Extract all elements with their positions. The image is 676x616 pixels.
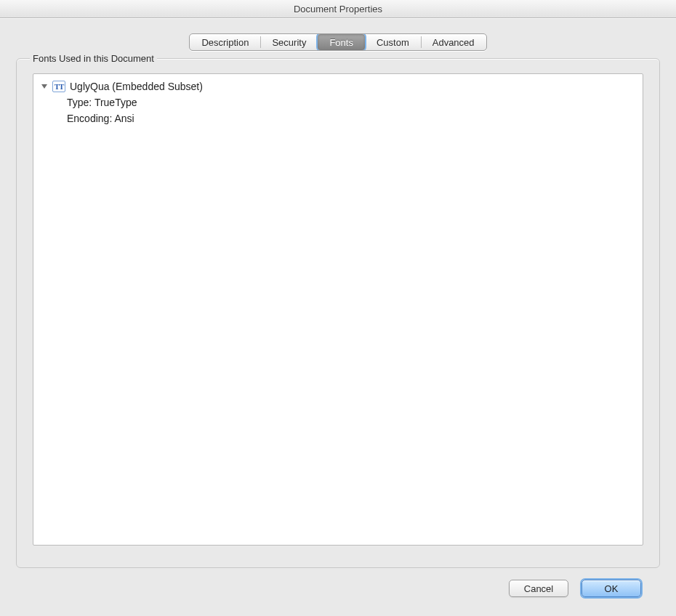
font-type: Type: TrueType [67,94,137,110]
tab-custom[interactable]: Custom [365,34,421,50]
titlebar: Document Properties [0,0,676,18]
dialog-footer: Cancel OK [16,568,660,600]
font-detail-row: Type: TrueType [39,94,637,110]
chevron-down-icon[interactable] [39,81,49,92]
font-name: UglyQua (Embedded Subset) [70,78,203,94]
tab-description[interactable]: Description [190,34,260,50]
font-encoding: Encoding: Ansi [67,110,134,126]
truetype-icon: TT [52,81,65,92]
ok-button[interactable]: OK [582,580,641,597]
font-tree[interactable]: TT UglyQua (Embedded Subset) Type: TrueT… [33,73,643,546]
tab-fonts[interactable]: Fonts [318,34,365,50]
tab-advanced[interactable]: Advanced [421,34,486,50]
tab-security[interactable]: Security [260,34,318,50]
cancel-button[interactable]: Cancel [509,580,568,597]
tab-bar: Description Security Fonts Custom Advanc… [189,33,486,51]
panel-label: Fonts Used in this Document [30,53,157,64]
svg-marker-0 [41,84,47,89]
window-body: Description Security Fonts Custom Advanc… [0,18,676,616]
window-title: Document Properties [294,4,382,15]
font-row[interactable]: TT UglyQua (Embedded Subset) [39,78,637,94]
fonts-panel: Fonts Used in this Document TT UglyQua (… [16,58,660,568]
font-detail-row: Encoding: Ansi [39,110,637,126]
